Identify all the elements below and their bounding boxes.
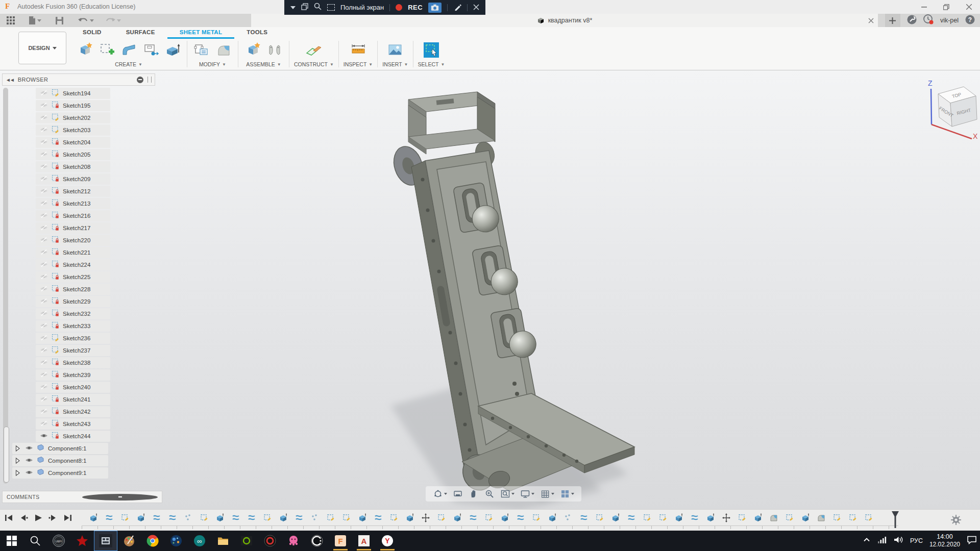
- visibility-eye-icon[interactable]: [25, 468, 33, 478]
- timeline-feature-extrude-icon[interactable]: [800, 513, 811, 522]
- browser-sketch-item[interactable]: Sketch243: [36, 418, 110, 430]
- browser-sketch-item[interactable]: Sketch212: [36, 186, 110, 197]
- camera-icon[interactable]: [428, 3, 442, 13]
- visibility-eye-icon[interactable]: [40, 89, 48, 98]
- group-label-create[interactable]: CREATE▼: [115, 61, 142, 67]
- step-back-button[interactable]: [19, 513, 29, 522]
- new-tab-button[interactable]: [885, 14, 900, 27]
- browser-sketch-item[interactable]: Sketch194: [36, 88, 110, 99]
- volume-icon[interactable]: [893, 535, 903, 546]
- group-label-inspect[interactable]: INSPECT▼: [344, 61, 373, 67]
- browser-sketch-item[interactable]: Sketch244: [36, 431, 110, 442]
- visibility-eye-icon[interactable]: [40, 223, 48, 233]
- play-button[interactable]: [34, 513, 43, 522]
- skip-to-start-button[interactable]: [4, 513, 14, 522]
- timeline-feature-dots-icon[interactable]: [309, 513, 321, 522]
- visibility-eye-icon[interactable]: [40, 101, 48, 110]
- visibility-eye-icon[interactable]: [40, 383, 48, 392]
- browser-sketch-item[interactable]: Sketch225: [36, 271, 110, 283]
- browser-sketch-item[interactable]: Sketch217: [36, 222, 110, 234]
- create-flange-icon[interactable]: [119, 40, 138, 60]
- action-center-icon[interactable]: [967, 535, 977, 546]
- expand-arrow-icon[interactable]: [14, 469, 20, 477]
- fullscreen-mode-label[interactable]: Полный экран: [340, 4, 384, 11]
- visibility-eye-icon[interactable]: [40, 395, 48, 404]
- workspace-selector[interactable]: DESIGN: [18, 32, 66, 64]
- timeline-feature-sketch-icon[interactable]: [436, 513, 447, 522]
- fit-button[interactable]: [498, 488, 517, 500]
- expand-arrow-icon[interactable]: [14, 445, 20, 452]
- browser-sketch-item[interactable]: Sketch195: [36, 100, 110, 111]
- timeline-feature-extrude-icon[interactable]: [705, 513, 716, 522]
- video-recorder-taskbar-button[interactable]: [94, 531, 117, 551]
- look-at-button[interactable]: [451, 488, 465, 500]
- browser-sketch-item[interactable]: Sketch221: [36, 247, 110, 258]
- timeline-feature-sketch-icon[interactable]: [863, 513, 874, 522]
- fillet-icon[interactable]: [214, 40, 233, 60]
- timeline-settings-gear-icon[interactable]: [950, 514, 962, 528]
- save-button[interactable]: [54, 16, 65, 26]
- visibility-eye-icon[interactable]: [40, 419, 48, 429]
- capture-region-icon[interactable]: [327, 4, 335, 11]
- visibility-eye-icon[interactable]: [25, 444, 33, 453]
- zoom-button[interactable]: [482, 488, 497, 500]
- visibility-eye-icon[interactable]: [40, 358, 48, 367]
- visibility-eye-icon[interactable]: [40, 162, 48, 171]
- timeline-feature-sketch-icon[interactable]: [341, 513, 352, 522]
- timeline-feature-extrude-icon[interactable]: [752, 513, 764, 522]
- network-signal-icon[interactable]: [877, 536, 887, 545]
- planet-app-taskbar-button[interactable]: [164, 531, 188, 551]
- group-label-construct[interactable]: CONSTRUCT▼: [294, 61, 334, 67]
- viewports-button[interactable]: [558, 488, 576, 500]
- timeline-feature-sketch-icon[interactable]: [119, 513, 131, 522]
- tab-sheet-metal[interactable]: SHEET METAL: [167, 27, 235, 39]
- timeline-feature-extrude-icon[interactable]: [278, 513, 289, 522]
- browser-component-item[interactable]: Component8:1: [12, 455, 108, 466]
- browser-sketch-item[interactable]: Sketch229: [36, 296, 110, 307]
- browser-sketch-item[interactable]: Sketch240: [36, 382, 110, 393]
- timeline-feature-sketch-icon[interactable]: [531, 513, 542, 522]
- browser-sketch-item[interactable]: Sketch209: [36, 173, 110, 185]
- step-forward-button[interactable]: [47, 513, 58, 522]
- timeline-feature-extrude-icon[interactable]: [88, 513, 99, 522]
- fusion-360-taskbar-button[interactable]: F: [329, 531, 352, 551]
- browser-sketch-item[interactable]: Sketch228: [36, 284, 110, 295]
- timeline-feature-extrude-icon[interactable]: [547, 513, 558, 522]
- close-tab-icon[interactable]: [868, 16, 874, 26]
- timeline-feature-extrude-icon[interactable]: [452, 513, 463, 522]
- grid-settings-button[interactable]: [538, 488, 556, 500]
- autocad-taskbar-button[interactable]: A: [352, 531, 376, 551]
- flat-pattern-icon[interactable]: [141, 40, 160, 60]
- minimize-button[interactable]: [913, 0, 935, 14]
- group-label-assemble[interactable]: ASSEMBLE▼: [246, 61, 281, 67]
- timeline-feature-sketch-icon[interactable]: [325, 513, 336, 522]
- browser-sketch-item[interactable]: Sketch205: [36, 149, 110, 160]
- tray-clock[interactable]: 14:00 12.02.2020: [929, 533, 960, 549]
- browser-sketch-item[interactable]: Sketch204: [36, 137, 110, 148]
- language-indicator[interactable]: РУС: [910, 537, 923, 544]
- browser-sketch-item[interactable]: Sketch233: [36, 320, 110, 332]
- timeline-feature-sketch-icon[interactable]: [199, 513, 210, 522]
- timeline-feature-sketch-icon[interactable]: [737, 513, 748, 522]
- restore-button[interactable]: [935, 0, 958, 14]
- visibility-eye-icon[interactable]: [40, 199, 48, 208]
- visibility-eye-icon[interactable]: [40, 272, 48, 282]
- comments-panel[interactable]: COMMENTS: [2, 491, 162, 503]
- group-label-insert[interactable]: INSERT▼: [382, 61, 408, 67]
- modify-sheet-icon[interactable]: [192, 40, 211, 60]
- timeline-feature-flange-icon[interactable]: [515, 513, 526, 522]
- create-sketch-icon[interactable]: [97, 40, 116, 60]
- notifications-icon[interactable]: [923, 14, 934, 27]
- insert-image-icon[interactable]: [385, 40, 405, 60]
- star-app-taskbar-button[interactable]: [70, 531, 94, 551]
- collapse-panel-icon[interactable]: ◄◄: [6, 77, 14, 83]
- timeline-feature-sketch-icon[interactable]: [594, 513, 605, 522]
- expand-arrow-icon[interactable]: [14, 457, 20, 464]
- new-component-icon[interactable]: [243, 40, 262, 60]
- timeline-feature-bend-icon[interactable]: [816, 513, 827, 522]
- arduino-taskbar-button[interactable]: ∞: [188, 531, 211, 551]
- timeline-feature-sketch-icon[interactable]: [483, 513, 495, 522]
- visibility-eye-icon[interactable]: [40, 297, 48, 306]
- timeline-feature-flange-icon[interactable]: [230, 513, 241, 522]
- studio-app-taskbar-button[interactable]: [305, 531, 329, 551]
